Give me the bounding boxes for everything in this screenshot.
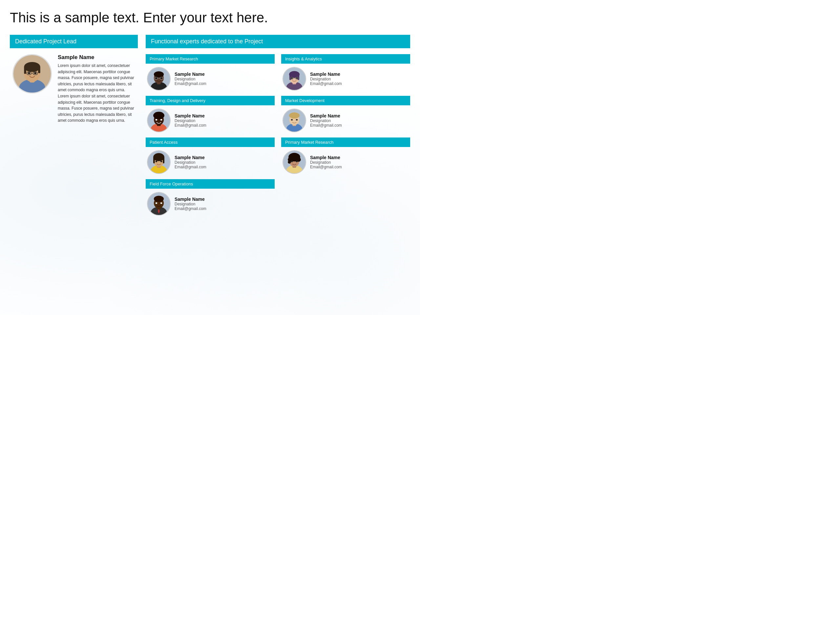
svg-point-74: [161, 202, 163, 204]
svg-point-66: [296, 161, 298, 163]
expert-designation: Designation: [310, 77, 342, 81]
svg-rect-6: [38, 67, 40, 73]
expert-card: Primary Market Research Sample Name Desi…: [146, 54, 275, 90]
expert-info-row: Sample Name Designation Email@gmail.com: [281, 150, 410, 174]
expert-category: Field Force Operations: [146, 179, 275, 189]
expert-email: Email@gmail.com: [310, 123, 342, 128]
svg-point-16: [154, 71, 164, 77]
expert-email: Email@gmail.com: [175, 165, 206, 169]
expert-email: Email@gmail.com: [310, 81, 342, 86]
expert-email: Email@gmail.com: [175, 123, 206, 128]
svg-point-29: [291, 77, 293, 79]
expert-text: Sample Name Designation Email@gmail.com: [175, 71, 206, 86]
expert-email: Email@gmail.com: [175, 81, 206, 86]
expert-text: Sample Name Designation Email@gmail.com: [175, 155, 206, 169]
expert-designation: Designation: [175, 118, 206, 123]
experts-grid: Primary Market Research Sample Name Desi…: [146, 54, 410, 216]
lead-card: Sample Name Lorem ipsum dolor sit amet, …: [10, 54, 138, 124]
expert-category: Patient Access: [146, 137, 275, 147]
expert-info-row: Sample Name Designation Email@gmail.com: [146, 192, 275, 216]
expert-info-row: Sample Name Designation Email@gmail.com: [146, 109, 275, 132]
svg-point-38: [153, 112, 164, 120]
expert-avatar: [147, 109, 171, 132]
lead-avatar: [13, 54, 52, 93]
expert-avatar: [283, 67, 306, 90]
svg-point-73: [156, 202, 158, 204]
right-column: Functional experts dedicated to the Proj…: [146, 35, 410, 216]
right-section-header: Functional experts dedicated to the Proj…: [146, 35, 410, 48]
svg-point-45: [289, 112, 300, 118]
page-title: This is a sample text. Enter your text h…: [10, 10, 410, 25]
expert-category: Market Development: [281, 96, 410, 105]
svg-point-40: [161, 119, 163, 121]
svg-point-64: [288, 161, 291, 163]
expert-name: Sample Name: [175, 155, 206, 160]
svg-point-56: [161, 161, 163, 163]
expert-info-row: Sample Name Designation Email@gmail.com: [146, 150, 275, 174]
expert-info-row: Sample Name Designation Email@gmail.com: [146, 67, 275, 90]
expert-avatar: [283, 150, 306, 174]
svg-point-18: [161, 77, 163, 79]
svg-point-7: [28, 72, 30, 74]
svg-point-39: [156, 119, 158, 121]
svg-point-4: [24, 62, 40, 72]
expert-card: Market Development Sample Name Designati…: [281, 96, 410, 132]
svg-point-55: [156, 161, 158, 163]
expert-category: Training, Design and Delivery: [146, 96, 275, 105]
expert-designation: Designation: [175, 77, 206, 81]
expert-card: Insights & Analytics Sample Name Design: [281, 54, 410, 90]
expert-designation: Designation: [175, 160, 206, 165]
expert-name: Sample Name: [310, 113, 342, 118]
svg-point-17: [156, 77, 158, 79]
expert-card: Primary Market Research Sample Name Desi…: [281, 137, 410, 174]
expert-name: Sample Name: [175, 197, 206, 202]
expert-text: Sample Name Designation Email@gmail.com: [175, 113, 206, 128]
left-column: Dedicated Project Lead: [10, 35, 138, 124]
svg-point-8: [34, 72, 37, 74]
svg-rect-5: [24, 67, 26, 74]
expert-category: Primary Market Research: [281, 137, 410, 147]
svg-point-65: [291, 161, 293, 163]
expert-name: Sample Name: [310, 71, 342, 77]
expert-email: Email@gmail.com: [175, 206, 206, 211]
expert-name: Sample Name: [175, 71, 206, 77]
expert-card: Training, Design and Delivery Sample Nam…: [146, 96, 275, 132]
svg-point-72: [154, 196, 164, 202]
expert-category: Insights & Analytics: [281, 54, 410, 64]
expert-avatar: [147, 150, 171, 174]
expert-text: Sample Name Designation Email@gmail.com: [310, 113, 342, 128]
expert-email: Email@gmail.com: [310, 165, 342, 169]
expert-text: Sample Name Designation Email@gmail.com: [175, 197, 206, 211]
lead-description: Lorem ipsum dolor sit amet, consectetuer…: [58, 63, 135, 124]
expert-text: Sample Name Designation Email@gmail.com: [310, 155, 342, 169]
svg-point-47: [296, 119, 298, 121]
expert-avatar: [147, 67, 171, 90]
expert-card: Patient Access Sample Name Designation E…: [146, 137, 275, 174]
expert-designation: Designation: [310, 160, 342, 165]
svg-point-52: [153, 153, 164, 161]
svg-rect-54: [163, 157, 164, 163]
expert-name: Sample Name: [310, 155, 342, 160]
expert-name: Sample Name: [175, 113, 206, 118]
lead-name: Sample Name: [58, 54, 135, 61]
expert-category: Primary Market Research: [146, 54, 275, 64]
expert-card: Field Force Operations Sample Name Desig…: [146, 179, 275, 216]
expert-info-row: Sample Name Designation Email@gmail.com: [281, 67, 410, 90]
expert-designation: Designation: [175, 202, 206, 206]
svg-point-46: [291, 119, 293, 121]
expert-info-row: Sample Name Designation Email@gmail.com: [281, 109, 410, 132]
lead-info: Sample Name Lorem ipsum dolor sit amet, …: [58, 54, 135, 124]
expert-avatar: [147, 192, 171, 216]
expert-avatar: [283, 109, 306, 132]
svg-rect-53: [153, 157, 155, 163]
expert-designation: Designation: [310, 118, 342, 123]
left-section-header: Dedicated Project Lead: [10, 35, 138, 48]
svg-point-30: [296, 77, 298, 79]
expert-text: Sample Name Designation Email@gmail.com: [310, 71, 342, 86]
